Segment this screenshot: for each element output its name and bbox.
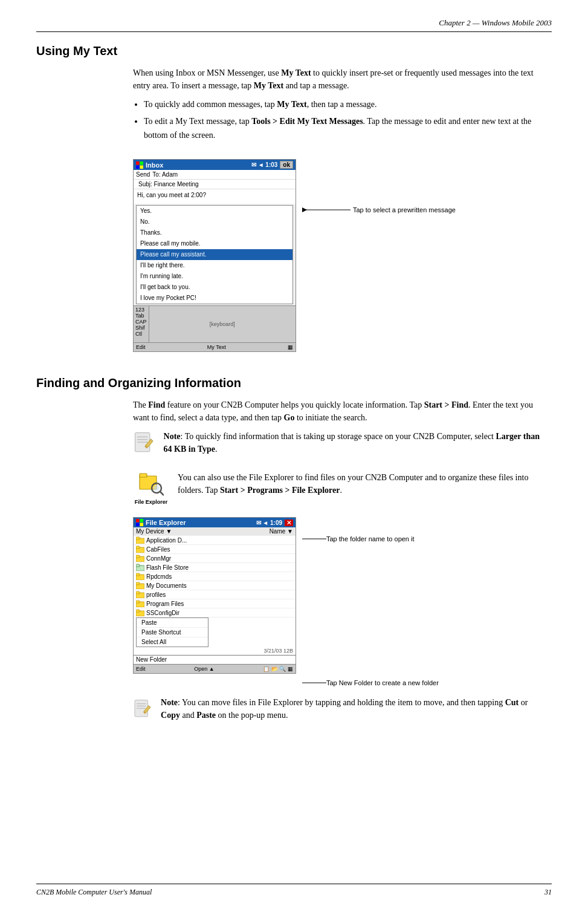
fe-intro-text: You can also use the File Explorer to fi… bbox=[178, 471, 540, 497]
fe-titlebar-left: File Explorer bbox=[136, 519, 186, 526]
fe-nav-row: My Device ▼ Name ▼ bbox=[134, 527, 296, 536]
windows-flag-icon bbox=[136, 161, 143, 169]
svg-line-16 bbox=[160, 492, 164, 495]
page-header: Chapter 2 — Windows Mobile 2003 bbox=[36, 18, 552, 32]
fe-callout-folder: Tap the folder name to open it bbox=[302, 535, 439, 542]
svg-rect-3 bbox=[140, 165, 144, 169]
folder-icon-mydocs bbox=[136, 582, 144, 589]
fe-icons-right: 📋 📂 🔍 ▦ bbox=[263, 666, 293, 672]
ctx-paste[interactable]: Paste bbox=[137, 618, 208, 628]
fe-close-button[interactable]: ✕ bbox=[285, 520, 293, 526]
fe-open-btn[interactable]: Open ▲ bbox=[194, 666, 214, 672]
folder-icon-rpd bbox=[136, 573, 144, 580]
fe-titlebar: File Explorer ✉ ◄ 1:09 ✕ bbox=[134, 518, 296, 527]
fe-new-folder-row[interactable]: New Folder bbox=[134, 655, 296, 664]
msg-no[interactable]: No. bbox=[137, 217, 292, 227]
svg-rect-20 bbox=[136, 523, 140, 527]
msg-right-there[interactable]: I'll be right there. bbox=[137, 260, 292, 271]
inbox-subj-row: Subj: Finance Meeting bbox=[134, 180, 296, 189]
key-ctl[interactable]: Ctl bbox=[135, 331, 147, 337]
key-123[interactable]: 123 bbox=[135, 307, 147, 313]
fe-file-cabfiles[interactable]: CabFiles bbox=[134, 545, 296, 554]
inbox-title: Inbox bbox=[146, 161, 163, 169]
folder-icon-appd bbox=[136, 536, 144, 544]
svg-rect-29 bbox=[136, 564, 140, 567]
note2-text: Note: You can move files in File Explore… bbox=[161, 696, 540, 722]
fe-callout-newfolder: Tap New Folder to create a new folder bbox=[302, 679, 439, 686]
fe-file-progfiles[interactable]: Program Files bbox=[134, 599, 296, 608]
fe-file-profiles[interactable]: profiles bbox=[134, 590, 296, 599]
fe-windows-icon bbox=[136, 519, 143, 526]
fe-title: File Explorer bbox=[146, 519, 186, 526]
msg-yes[interactable]: Yes. bbox=[137, 206, 292, 217]
callout-line-newfolder bbox=[302, 679, 326, 686]
msg-call-assistant[interactable]: Please call my assistant. bbox=[137, 249, 292, 260]
fe-date-row: 3/21/03 12B bbox=[134, 647, 296, 655]
svg-rect-2 bbox=[136, 165, 140, 169]
inbox-to: To: Adam bbox=[152, 171, 178, 178]
inbox-screenshot: Inbox ✉ ◄ 1:03 ok Send To: Adam bbox=[133, 159, 296, 352]
page: Chapter 2 — Windows Mobile 2003 Using My… bbox=[0, 0, 588, 909]
svg-point-17 bbox=[153, 485, 160, 491]
fe-mydevice[interactable]: My Device ▼ bbox=[136, 528, 270, 535]
folder-icon-profiles bbox=[136, 591, 144, 598]
section2-heading: Finding and Organizing Information bbox=[36, 376, 552, 390]
fe-file-ssconfig[interactable]: SSConfigDir bbox=[134, 608, 296, 617]
key-labels: 123 Tab CAP Shif Ctl bbox=[134, 306, 149, 342]
fe-screenshot-area: File Explorer ✉ ◄ 1:09 ✕ My Device ▼ Nam… bbox=[133, 517, 540, 686]
inbox-body: Hi, can you meet at 2:00? bbox=[134, 189, 296, 204]
fe-icon-label: File Explorer bbox=[135, 499, 168, 505]
section1-bullets: To quickly add common messages, tap My T… bbox=[144, 98, 540, 142]
fe-file-appd[interactable]: Application D... bbox=[134, 536, 296, 545]
key-cap[interactable]: CAP bbox=[135, 319, 147, 325]
section1-intro: When using Inbox or MSN Messenger, use M… bbox=[133, 67, 540, 92]
msg-call-mobile[interactable]: Please call my mobile. bbox=[137, 238, 292, 249]
msg-love-pocket[interactable]: I love my Pocket PC! bbox=[137, 293, 292, 304]
fe-edit-btn[interactable]: Edit bbox=[136, 666, 146, 672]
keyboard-keys[interactable]: [keyboard] bbox=[149, 306, 296, 342]
section-using-my-text: Using My Text When using Inbox or MSN Me… bbox=[36, 44, 552, 364]
bullet2: To edit a My Text message, tap Tools > E… bbox=[144, 115, 540, 142]
msg-running-late[interactable]: I'm running late. bbox=[137, 271, 292, 282]
svg-marker-5 bbox=[302, 207, 307, 212]
callout-line bbox=[302, 204, 351, 216]
section2-intro: The Find feature on your CN2B Computer h… bbox=[133, 399, 540, 424]
folder-icon-cab bbox=[136, 546, 144, 553]
inbox-edit[interactable]: Edit bbox=[136, 344, 146, 350]
note2-block: Note: You can move files in File Explore… bbox=[133, 696, 540, 728]
fe-file-connmgr[interactable]: ConnMgr bbox=[134, 554, 296, 563]
svg-rect-14 bbox=[140, 474, 147, 477]
header-text: Chapter 2 — Windows Mobile 2003 bbox=[439, 18, 552, 27]
fe-filelist: Application D... CabFiles ConnMgr bbox=[134, 536, 296, 664]
key-shift[interactable]: Shif bbox=[135, 325, 147, 331]
callout-line-folder bbox=[302, 535, 326, 542]
callout-area: Tap to select a prewritten message bbox=[302, 149, 456, 216]
fe-app-icon bbox=[138, 471, 164, 497]
folder-icon-conn bbox=[136, 555, 144, 562]
ctx-select-all[interactable]: Select All bbox=[137, 637, 208, 647]
key-tab[interactable]: Tab bbox=[135, 313, 147, 319]
page-footer: CN2B Mobile Computer User's Manual 31 bbox=[36, 884, 552, 897]
fe-file-mydocs[interactable]: My Documents bbox=[134, 581, 296, 590]
note1-block: Note: To quickly find information that i… bbox=[133, 430, 540, 461]
inbox-my-text[interactable]: My Text bbox=[207, 344, 226, 350]
fe-name-sort[interactable]: Name ▼ bbox=[270, 528, 293, 535]
inbox-send-row: Send To: Adam bbox=[134, 170, 296, 180]
svg-rect-0 bbox=[136, 161, 140, 165]
fe-file-rpdcmds[interactable]: Rpdcmds bbox=[134, 572, 296, 581]
fe-date-size: 3/21/03 12B bbox=[263, 648, 293, 654]
fe-file-flash[interactable]: Flash File Store bbox=[134, 563, 296, 572]
inbox-box: Inbox ✉ ◄ 1:03 ok Send To: Adam bbox=[133, 159, 296, 352]
fe-new-folder-label[interactable]: New Folder bbox=[136, 656, 167, 663]
svg-rect-25 bbox=[136, 546, 140, 549]
fe-icons: ✉ ◄ 1:09 bbox=[256, 520, 282, 526]
svg-rect-18 bbox=[136, 519, 140, 523]
callout-line-container: Tap to select a prewritten message bbox=[302, 204, 456, 216]
inbox-bottom-bar: Edit My Text ▦ bbox=[134, 342, 296, 351]
msg-get-back[interactable]: I'll get back to you. bbox=[137, 282, 292, 293]
ctx-paste-shortcut[interactable]: Paste Shortcut bbox=[137, 628, 208, 637]
inbox-titlebar: Inbox ✉ ◄ 1:03 ok bbox=[134, 160, 296, 170]
ok-button[interactable]: ok bbox=[280, 161, 293, 169]
keyboard-area: 123 Tab CAP Shif Ctl [keyboard] bbox=[134, 305, 296, 342]
msg-thanks[interactable]: Thanks. bbox=[137, 227, 292, 238]
